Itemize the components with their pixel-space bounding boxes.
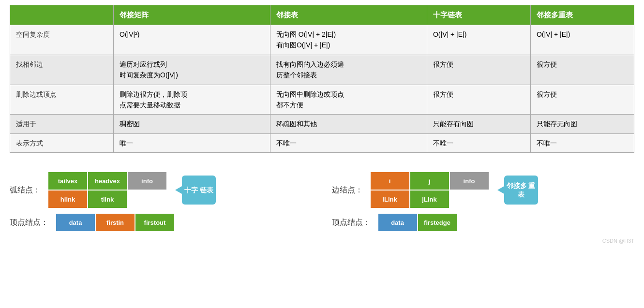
node-box: info — [128, 172, 166, 190]
row-label: 表示方式 — [10, 133, 114, 152]
cross-list-callout: 十字 链表 — [182, 176, 216, 205]
row-cell: 无向图 O(|V| + 2|E|) 有向图O(|V| + |E|) — [270, 25, 427, 55]
left-vertex-row: datafirstinfirstout — [56, 214, 174, 231]
row-cell: 不唯一 — [530, 133, 634, 152]
node-box: tlink — [88, 191, 127, 208]
header-empty — [10, 5, 114, 25]
node-box: data — [56, 214, 95, 231]
row-cell: 很方便 — [427, 85, 530, 115]
node-box: firstin — [96, 214, 135, 231]
node-box: hlink — [48, 191, 87, 208]
cross-list-diagram: 弧结点： tailvexheadvexinfo hlinktlink 十字 链表… — [10, 172, 313, 231]
row-label: 空间复杂度 — [10, 25, 114, 55]
row-cell: 稠密图 — [114, 115, 270, 133]
row-cell: O(|V| + |E|) — [530, 25, 634, 55]
row-cell: 找有向图的入边必须遍 历整个邻接表 — [270, 55, 427, 85]
row-cell: 不唯一 — [427, 133, 530, 152]
multi-list-callout: 邻接多 重表 — [504, 176, 538, 205]
arc-label: 弧结点： — [10, 186, 41, 194]
arc-row2: hlinktlink — [48, 191, 166, 208]
row-cell: 稀疏图和其他 — [270, 115, 427, 133]
table-row: 删除边或顶点删除边很方便，删除顶 点需要大量移动数据无向图中删除边或顶点 都不方… — [10, 85, 634, 115]
row-cell: 很方便 — [530, 55, 634, 85]
node-box: iLink — [371, 191, 409, 208]
row-cell: 很方便 — [427, 55, 530, 85]
edge-label: 边结点： — [332, 186, 363, 194]
node-box: j — [410, 172, 449, 190]
vertex-label-right: 顶点结点： — [332, 219, 371, 226]
arc-node-section: 弧结点： tailvexheadvexinfo hlinktlink 十字 链表 — [10, 172, 313, 208]
multi-list-diagram: 边结点： ijinfo iLinkjLink 邻接多 重表 顶点结点： data… — [332, 172, 635, 231]
table-row: 适用于稠密图稀疏图和其他只能存有向图只能存无向图 — [10, 115, 634, 133]
node-box: data — [378, 214, 417, 231]
row-label: 删除边或顶点 — [10, 85, 114, 115]
vertex-label-left: 顶点结点： — [10, 219, 48, 226]
vertex-node-section-right: 顶点结点： datafirstedge — [332, 214, 635, 231]
arc-row1: tailvexheadvexinfo — [48, 172, 166, 190]
node-box: firstedge — [418, 214, 457, 231]
row-cell: 只能存有向图 — [427, 115, 530, 133]
row-cell: 遍历对应行或列 时间复杂度为O(|V|) — [114, 55, 270, 85]
watermark: CSDN @H3T — [10, 238, 634, 244]
header-cross-list: 十字链表 — [427, 5, 530, 25]
header-adj-matrix: 邻接矩阵 — [114, 5, 270, 25]
right-vertex-row: datafirstedge — [378, 214, 457, 231]
node-box: jLink — [410, 191, 449, 208]
row-cell: 只能存无向图 — [530, 115, 634, 133]
row-cell: 删除边很方便，删除顶 点需要大量移动数据 — [114, 85, 270, 115]
row-cell: O(|V|²) — [114, 25, 270, 55]
table-row: 表示方式唯一不唯一不唯一不唯一 — [10, 133, 634, 152]
vertex-node-section-left: 顶点结点： datafirstinfirstout — [10, 214, 313, 231]
node-box: info — [450, 172, 489, 190]
node-box: headvex — [88, 172, 127, 190]
row-cell: 很方便 — [530, 85, 634, 115]
header-adj-list: 邻接表 — [270, 5, 427, 25]
edge-node-section: 边结点： ijinfo iLinkjLink 邻接多 重表 — [332, 172, 635, 208]
row-cell: 不唯一 — [270, 133, 427, 152]
node-box: i — [371, 172, 409, 190]
node-box: firstout — [135, 214, 174, 231]
row-cell: O(|V| + |E|) — [427, 25, 530, 55]
edge-row2: iLinkjLink — [371, 191, 489, 208]
table-row: 找相邻边遍历对应行或列 时间复杂度为O(|V|)找有向图的入边必须遍 历整个邻接… — [10, 55, 634, 85]
row-cell: 唯一 — [114, 133, 270, 152]
row-cell: 无向图中删除边或顶点 都不方便 — [270, 85, 427, 115]
row-label: 找相邻边 — [10, 55, 114, 85]
node-box: tailvex — [48, 172, 87, 190]
table-row: 空间复杂度O(|V|²)无向图 O(|V| + 2|E|) 有向图O(|V| +… — [10, 25, 634, 55]
comparison-table: 邻接矩阵 邻接表 十字链表 邻接多重表 空间复杂度O(|V|²)无向图 O(|V… — [10, 5, 634, 153]
header-multi-list: 邻接多重表 — [530, 5, 634, 25]
diagram-section: 弧结点： tailvexheadvexinfo hlinktlink 十字 链表… — [10, 167, 634, 236]
row-label: 适用于 — [10, 115, 114, 133]
edge-row1: ijinfo — [371, 172, 489, 190]
